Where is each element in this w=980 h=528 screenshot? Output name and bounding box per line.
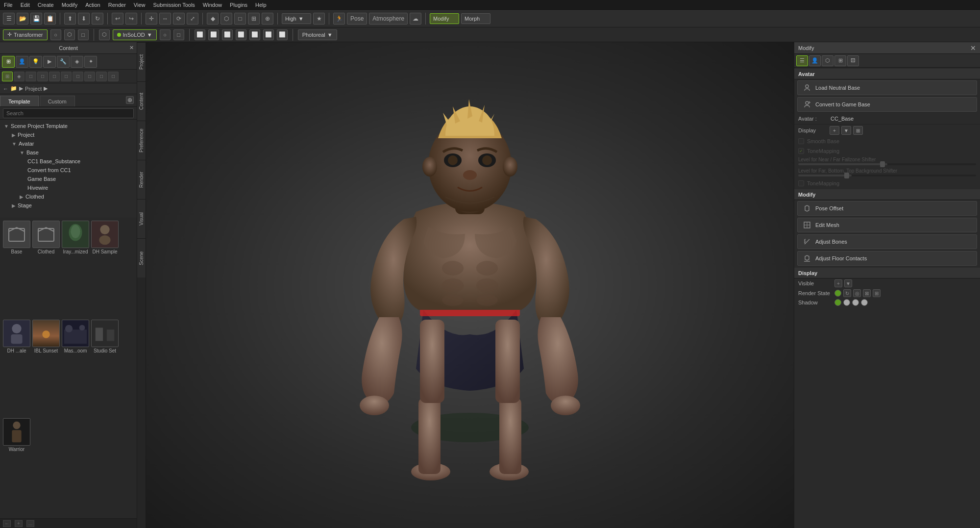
rit-btn-5[interactable]: ⚄	[847, 55, 859, 66]
grid-item-iray[interactable]: Iray...mized	[62, 221, 89, 318]
tab-custom[interactable]: Custom	[40, 96, 75, 106]
tree-item-base[interactable]: ▼ Base	[0, 148, 137, 157]
rit-btn-3[interactable]: ⬡	[822, 55, 833, 66]
breadcrumb-project[interactable]: Project	[25, 86, 42, 92]
grid-item-masroom[interactable]: Mas...oom	[62, 320, 89, 417]
breadcrumb-back[interactable]: ←	[3, 86, 8, 92]
rs-icon-2[interactable]: ◎	[853, 289, 861, 297]
rs-icon-1[interactable]: ↻	[843, 289, 851, 297]
menu-render[interactable]: Render	[108, 2, 126, 8]
grid-item-clothed[interactable]: Clothed	[32, 221, 60, 318]
display-plus-btn[interactable]: +	[830, 126, 839, 135]
adjust-floor-contacts-btn[interactable]: Adjust Floor Contacts	[797, 251, 977, 266]
pi2-view10[interactable]: □	[108, 72, 119, 81]
tree-item-convert[interactable]: Convert from CC1	[0, 166, 137, 175]
side-tab-content[interactable]: Content	[137, 81, 146, 121]
pi2-view5[interactable]: □	[49, 72, 60, 81]
toolbar-new-btn[interactable]: ☰	[3, 13, 15, 25]
slider1-thumb[interactable]	[880, 161, 885, 167]
rs-dot-1[interactable]	[834, 290, 841, 297]
shadow-dot-1[interactable]	[834, 299, 841, 306]
grid-item-base[interactable]: Base	[3, 221, 30, 318]
toolbar2-view3[interactable]: ⬜	[222, 29, 233, 40]
pi-fx-btn[interactable]: ✦	[84, 56, 97, 68]
pi2-view2[interactable]: ◈	[14, 72, 24, 81]
toolbar-select-btn[interactable]: ✛	[146, 13, 157, 25]
menu-create[interactable]: Create	[38, 2, 54, 8]
viewport[interactable]	[146, 42, 794, 528]
side-tab-project[interactable]: Project	[137, 42, 146, 81]
toolbar-save-btn[interactable]: 💾	[30, 13, 42, 25]
toolbar-morph-btn[interactable]: Morph	[461, 13, 490, 24]
toolbar-snap-btn[interactable]: ⊕	[262, 13, 273, 25]
slider2-thumb[interactable]	[844, 173, 849, 178]
toolbar-scale-btn[interactable]: ⤢	[187, 13, 198, 25]
menu-modify[interactable]: Modify	[62, 2, 77, 8]
toolbar-redo-btn[interactable]: ↪	[125, 13, 137, 25]
pi2-view8[interactable]: □	[84, 72, 95, 81]
tree-item-cc1base[interactable]: CC1 Base_Substance	[0, 157, 137, 166]
toolbar-atmo-icon[interactable]: ☁	[410, 13, 421, 25]
toolbar2-view4[interactable]: ⬜	[236, 29, 246, 40]
tree-item-clothed[interactable]: ▶ Clothed	[0, 192, 137, 201]
tree-item-avatar[interactable]: ▼ Avatar	[0, 139, 137, 148]
toolbar2-view1[interactable]: ⬜	[195, 29, 205, 40]
toolbar-atmosphere-btn[interactable]: Atmosphere	[369, 13, 408, 25]
toolbar-import-btn[interactable]: ⬆	[64, 13, 76, 25]
pi2-view3[interactable]: □	[25, 72, 36, 81]
menu-window[interactable]: Window	[203, 2, 222, 8]
display-grid-btn[interactable]: ⊞	[853, 126, 863, 135]
menu-action[interactable]: Action	[85, 2, 100, 8]
tab-template[interactable]: Template	[0, 96, 39, 106]
toolbar-light-btn[interactable]: ◆	[207, 13, 219, 25]
pose-offset-btn[interactable]: Pose Offset	[797, 201, 977, 216]
adjust-bones-btn[interactable]: Adjust Bones	[797, 234, 977, 249]
tree-item-gamebase[interactable]: Game Base	[0, 175, 137, 183]
toolbar-cam-btn[interactable]: ⬡	[220, 13, 232, 25]
display-dropdown-btn[interactable]: ▼	[841, 126, 851, 135]
ls-add-btn[interactable]: +	[15, 520, 23, 527]
toolbar-modify-btn[interactable]: Modify	[430, 13, 459, 24]
transformer-btn[interactable]: ✛ Transformer	[3, 29, 48, 40]
tree-item-scene[interactable]: ▼ Scene Project Template	[0, 122, 137, 130]
grid-item-dhale[interactable]: DH ...ale	[3, 320, 30, 417]
toolbar-saveas-btn[interactable]: 📋	[44, 13, 56, 25]
tree-item-stage[interactable]: ▶ Stage	[0, 201, 137, 210]
side-tab-preference[interactable]: Preference	[137, 121, 146, 160]
menu-help[interactable]: Help	[255, 2, 267, 8]
edit-mesh-btn[interactable]: Edit Mesh	[797, 218, 977, 232]
rit-btn-1[interactable]: ☰	[796, 55, 808, 66]
grid-item-studioset[interactable]: Studio Set	[91, 320, 119, 417]
toolbar2-icon4[interactable]: ⬡	[99, 29, 110, 40]
toolbar-move-btn[interactable]: ↔	[159, 13, 171, 25]
toolbar2-view2[interactable]: ⬜	[208, 29, 219, 40]
toolbar2-icon2[interactable]: ⬡	[64, 29, 75, 40]
pi2-view4[interactable]: □	[37, 72, 48, 81]
search-input[interactable]	[3, 108, 134, 118]
pi2-view9[interactable]: □	[96, 72, 107, 81]
toolbar2-icon3[interactable]: □	[78, 29, 89, 40]
grid-item-dhsample[interactable]: DH Sample	[91, 221, 119, 318]
menu-plugins[interactable]: Plugins	[230, 2, 247, 8]
convert-to-game-base-btn[interactable]: Convert to Game Base	[797, 97, 977, 112]
menu-submission-tools[interactable]: Submission Tools	[153, 2, 195, 8]
toolbar2-view7[interactable]: ⬜	[277, 29, 288, 40]
ls-more-btn[interactable]: ...	[26, 520, 34, 527]
pi-prop-btn[interactable]: 🔧	[57, 56, 70, 68]
visible-dropdown-btn[interactable]: ▼	[844, 279, 852, 287]
toolbar2-icon1[interactable]: ○	[50, 29, 61, 40]
toolbar-undo-btn[interactable]: ↩	[112, 13, 123, 25]
toolbar-quality-dropdown[interactable]: High ▼	[282, 13, 311, 24]
right-panel-close-btn[interactable]: ✕	[970, 44, 976, 52]
toolbar2-view6[interactable]: ⬜	[263, 29, 274, 40]
toolbar-rotate-btn[interactable]: ⟳	[173, 13, 185, 25]
photoreal-btn[interactable]: Photoreal ▼	[298, 29, 337, 40]
smooth-base-checkbox[interactable]	[798, 138, 804, 144]
shadow-dot-4[interactable]	[861, 299, 868, 306]
tree-item-hivewire[interactable]: Hivewire	[0, 183, 137, 192]
side-tab-render[interactable]: Render	[137, 160, 146, 199]
content-close-btn[interactable]: ✕	[129, 45, 134, 51]
pi2-view6[interactable]: □	[61, 72, 72, 81]
rs-icon-3[interactable]: ⊠	[863, 289, 871, 297]
pi-anim-btn[interactable]: ▶	[43, 56, 56, 68]
